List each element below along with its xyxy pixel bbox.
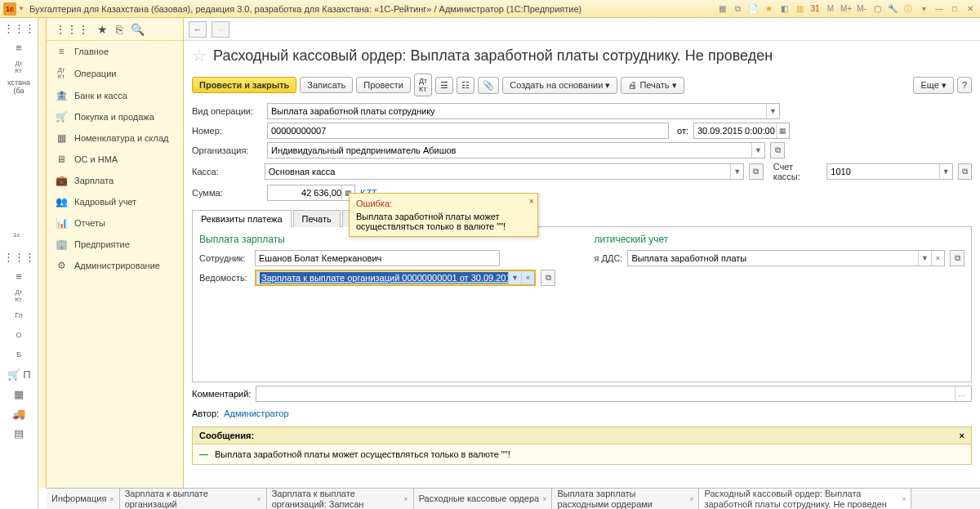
close-icon[interactable]: × <box>542 495 546 503</box>
close-icon[interactable]: × <box>256 495 261 503</box>
forward-button[interactable]: → <box>212 21 229 38</box>
post-button[interactable]: Провести <box>356 77 411 93</box>
print-button[interactable]: 🖨 Печать ▾ <box>621 77 684 94</box>
star-icon[interactable]: ★ <box>97 23 108 36</box>
wicon[interactable]: ▦ <box>715 2 728 16</box>
open-button[interactable]: ⧉ <box>541 270 555 286</box>
close-icon[interactable]: × <box>960 431 964 440</box>
attach-button[interactable]: 📎 <box>478 77 499 94</box>
dtkt-button[interactable]: ДтКт <box>414 74 432 96</box>
wicon[interactable]: 🔧 <box>886 2 899 16</box>
grid-icon[interactable]: ⋮⋮⋮ <box>0 247 38 266</box>
wicon[interactable]: M- <box>855 2 868 16</box>
related-button[interactable]: ☷ <box>457 77 474 94</box>
sidebar-item-bank[interactable]: 🏦Банк и касса <box>47 85 183 106</box>
close-icon[interactable]: × <box>689 495 693 503</box>
open-button[interactable]: ⧉ <box>950 250 964 266</box>
dtkt-icon[interactable]: ДтКт <box>0 286 38 306</box>
chevron-down-icon[interactable]: ▼ <box>730 164 743 179</box>
tab-print[interactable]: Печать <box>293 210 341 227</box>
window-tab[interactable]: Расходный кассовый ордер: Выплата зарабо… <box>699 489 911 509</box>
open-button[interactable]: ⧉ <box>770 142 785 159</box>
chevron-down-icon[interactable]: ▼ <box>939 164 952 179</box>
op-type-field[interactable]: Выплата заработной платы сотруднику▼ <box>267 103 780 119</box>
calc-icon[interactable]: ▥ <box>793 2 806 16</box>
sidebar-item-admin[interactable]: ⚙Администрирование <box>47 255 183 276</box>
calendar-icon[interactable]: ▦ <box>776 123 789 138</box>
sidebar-item-assets[interactable]: 🖥ОС и НМА <box>47 149 183 170</box>
sidebar-item-salary[interactable]: 💼Зарплата <box>47 170 183 191</box>
expand-icon[interactable]: … <box>955 386 968 401</box>
wicon[interactable]: ▾ <box>917 2 930 16</box>
employee-field[interactable]: Ешанов Болат Кемерканович <box>255 250 500 266</box>
sidebar-item-hr[interactable]: 👥Кадровый учет <box>47 191 183 212</box>
calendar-icon[interactable]: 31 <box>808 2 822 16</box>
search-icon[interactable]: 🔍 <box>131 23 145 36</box>
chevron-down-icon[interactable]: ▼ <box>918 251 931 266</box>
truck-icon[interactable]: 🚚 <box>0 404 38 423</box>
close-icon[interactable]: × <box>529 196 534 206</box>
window-tab[interactable]: Зарплата к выплате организаций: Записан× <box>267 489 414 509</box>
wicon[interactable]: ★ <box>762 2 775 16</box>
close-icon[interactable]: × <box>902 495 906 503</box>
dds-field[interactable]: Выплата заработной платы▼× <box>627 250 945 266</box>
create-based-button[interactable]: Создать на основании ▾ <box>502 77 617 94</box>
menu-icon[interactable]: ≡ <box>0 266 38 286</box>
sidebar-item-main[interactable]: ≡Главное <box>47 41 183 62</box>
date-field[interactable]: 30.09.2015 0:00:00▦ <box>693 123 790 139</box>
acc-field[interactable]: 1010▼ <box>826 163 952 180</box>
sum-field[interactable]: 42 636,00▦ <box>267 185 355 201</box>
open-button[interactable]: ⧉ <box>958 163 972 180</box>
help-button[interactable]: ? <box>957 77 972 93</box>
structure-button[interactable]: ☰ <box>435 77 453 94</box>
tab-payment-details[interactable]: Реквизиты платежа <box>192 210 292 227</box>
window-tab[interactable]: Информация× <box>47 489 120 509</box>
wicon[interactable]: 📄 <box>746 2 760 16</box>
minimize-icon[interactable]: — <box>933 2 946 16</box>
chevron-down-icon[interactable]: ▼ <box>766 104 779 118</box>
wicon[interactable]: M <box>824 2 837 16</box>
more-button[interactable]: Еще ▾ <box>913 77 953 94</box>
sidebar-item-sales[interactable]: 🛒Покупка и продажа <box>47 106 183 127</box>
org-field[interactable]: Индивидуальный предприниматель Абишов▼ <box>267 142 765 159</box>
close-icon[interactable]: × <box>109 495 114 503</box>
sidebar-item-operations[interactable]: ДтКтОперации <box>47 62 183 85</box>
wicon[interactable]: M+ <box>840 2 853 16</box>
clipboard-icon[interactable]: ⎘ <box>116 23 122 36</box>
comment-field[interactable]: … <box>256 386 972 402</box>
cash-field[interactable]: Основная касса▼ <box>265 163 744 180</box>
layers-icon[interactable]: ▤ <box>0 423 38 443</box>
save-button[interactable]: Записать <box>300 77 353 93</box>
open-button[interactable]: ⧉ <box>749 163 763 180</box>
maximize-icon[interactable]: □ <box>948 2 961 16</box>
window-tab[interactable]: Расходные кассовые ордера× <box>414 489 553 509</box>
sidebar-item-stock[interactable]: ▦Номенклатура и склад <box>47 127 183 149</box>
close-icon[interactable]: × <box>403 495 408 503</box>
post-close-button[interactable]: Провести и закрыть <box>192 77 296 93</box>
wicon[interactable]: ⧉ <box>731 2 744 16</box>
clear-icon[interactable]: × <box>521 271 534 284</box>
number-field[interactable]: 00000000007 <box>267 123 669 139</box>
dtkt-icon[interactable]: ДтКт <box>0 57 38 77</box>
panel-collapse[interactable] <box>38 18 47 488</box>
close-icon[interactable]: ✕ <box>964 2 977 16</box>
logo-small[interactable]: 1c <box>0 227 38 247</box>
window-tab[interactable]: Выплата зарплаты расходными ордерами× <box>552 489 699 509</box>
app-menu-dropdown[interactable]: ▼ <box>18 5 24 12</box>
message-row[interactable]: — Выплата заработной платы может осущест… <box>192 444 972 465</box>
grid-icon[interactable]: ⋮⋮⋮ <box>55 23 89 36</box>
grid-icon[interactable]: ⋮⋮⋮ <box>0 18 38 38</box>
info-icon[interactable]: ⓘ <box>902 2 915 16</box>
wicon[interactable]: ◧ <box>777 2 791 16</box>
author-link[interactable]: Администратор <box>224 409 288 418</box>
menu-icon[interactable]: ≡ <box>0 38 38 57</box>
sidebar-item-reports[interactable]: 📊Отчеты <box>47 212 183 234</box>
back-button[interactable]: ← <box>189 21 207 38</box>
wicon[interactable]: ▢ <box>871 2 884 16</box>
clear-icon[interactable]: × <box>931 251 944 266</box>
chevron-down-icon[interactable]: ▼ <box>751 143 764 158</box>
sidebar-item-company[interactable]: 🏢Предприятие <box>47 234 183 255</box>
window-tab[interactable]: Зарплата к выплате организаций× <box>120 489 267 509</box>
cart-icon[interactable]: 🛒 П <box>0 364 38 384</box>
sheet-field[interactable]: Зарплата к выплате организаций 000000000… <box>255 270 536 286</box>
